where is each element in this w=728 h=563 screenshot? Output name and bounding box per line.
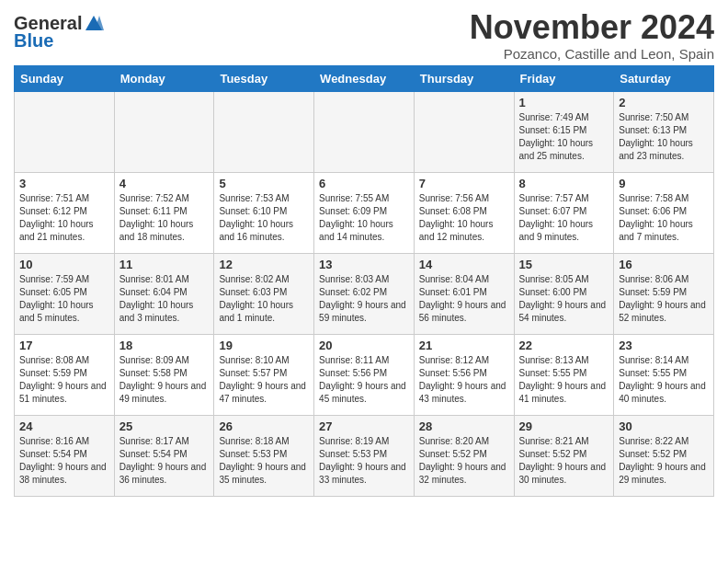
day-info: Sunrise: 8:09 AM Sunset: 5:58 PM Dayligh… (119, 354, 210, 406)
day-number: 18 (119, 339, 210, 352)
week-row-3: 10Sunrise: 7:59 AM Sunset: 6:05 PM Dayli… (15, 253, 714, 334)
calendar-cell: 13Sunrise: 8:03 AM Sunset: 6:02 PM Dayli… (314, 253, 415, 334)
day-number: 19 (219, 339, 309, 352)
day-info: Sunrise: 8:16 AM Sunset: 5:54 PM Dayligh… (19, 435, 109, 487)
day-info: Sunrise: 8:20 AM Sunset: 5:52 PM Dayligh… (419, 435, 509, 487)
calendar-cell: 4Sunrise: 7:52 AM Sunset: 6:11 PM Daylig… (114, 172, 214, 253)
day-info: Sunrise: 8:03 AM Sunset: 6:02 PM Dayligh… (319, 273, 409, 325)
dow-saturday: Saturday (614, 65, 714, 91)
day-info: Sunrise: 8:10 AM Sunset: 5:57 PM Dayligh… (219, 354, 309, 406)
day-number: 28 (419, 419, 509, 433)
day-info: Sunrise: 8:18 AM Sunset: 5:53 PM Dayligh… (219, 435, 309, 487)
calendar-cell: 5Sunrise: 7:53 AM Sunset: 6:10 PM Daylig… (214, 172, 314, 253)
calendar-cell: 11Sunrise: 8:01 AM Sunset: 6:04 PM Dayli… (114, 253, 214, 334)
day-info: Sunrise: 7:50 AM Sunset: 6:13 PM Dayligh… (619, 111, 709, 163)
day-number: 29 (519, 419, 609, 433)
calendar-cell: 20Sunrise: 8:11 AM Sunset: 5:56 PM Dayli… (314, 334, 415, 415)
calendar-cell (114, 91, 214, 172)
calendar-cell: 24Sunrise: 8:16 AM Sunset: 5:54 PM Dayli… (15, 415, 115, 496)
location: Pozanco, Castille and Leon, Spain (470, 46, 714, 62)
calendar-cell: 15Sunrise: 8:05 AM Sunset: 6:00 PM Dayli… (514, 253, 614, 334)
week-row-4: 17Sunrise: 8:08 AM Sunset: 5:59 PM Dayli… (15, 334, 714, 415)
day-info: Sunrise: 7:58 AM Sunset: 6:06 PM Dayligh… (619, 192, 709, 244)
day-info: Sunrise: 7:53 AM Sunset: 6:10 PM Dayligh… (219, 192, 309, 244)
calendar-body: 1Sunrise: 7:49 AM Sunset: 6:15 PM Daylig… (15, 91, 714, 496)
day-info: Sunrise: 8:08 AM Sunset: 5:59 PM Dayligh… (19, 354, 109, 406)
day-number: 3 (19, 177, 109, 190)
day-number: 20 (319, 339, 409, 352)
dow-tuesday: Tuesday (214, 65, 314, 91)
month-title: November 2024 (470, 9, 714, 46)
day-number: 2 (619, 96, 709, 109)
days-of-week-header: SundayMondayTuesdayWednesdayThursdayFrid… (15, 65, 714, 91)
calendar-cell: 1Sunrise: 7:49 AM Sunset: 6:15 PM Daylig… (514, 91, 614, 172)
day-info: Sunrise: 8:01 AM Sunset: 6:04 PM Dayligh… (119, 273, 210, 325)
calendar-cell: 6Sunrise: 7:55 AM Sunset: 6:09 PM Daylig… (314, 172, 415, 253)
day-number: 12 (219, 258, 309, 271)
calendar-cell (15, 91, 115, 172)
day-number: 22 (519, 339, 609, 352)
day-number: 10 (19, 258, 109, 271)
day-number: 1 (519, 96, 609, 109)
day-number: 17 (19, 339, 109, 352)
day-info: Sunrise: 8:06 AM Sunset: 5:59 PM Dayligh… (619, 273, 709, 325)
calendar-cell: 28Sunrise: 8:20 AM Sunset: 5:52 PM Dayli… (414, 415, 514, 496)
calendar-cell: 7Sunrise: 7:56 AM Sunset: 6:08 PM Daylig… (414, 172, 514, 253)
calendar-cell: 14Sunrise: 8:04 AM Sunset: 6:01 PM Dayli… (414, 253, 514, 334)
day-info: Sunrise: 8:21 AM Sunset: 5:52 PM Dayligh… (519, 435, 609, 487)
day-number: 25 (119, 419, 210, 433)
day-info: Sunrise: 8:11 AM Sunset: 5:56 PM Dayligh… (319, 354, 409, 406)
calendar-cell: 29Sunrise: 8:21 AM Sunset: 5:52 PM Dayli… (514, 415, 614, 496)
day-number: 15 (519, 258, 609, 271)
calendar-cell: 26Sunrise: 8:18 AM Sunset: 5:53 PM Dayli… (214, 415, 314, 496)
calendar-cell: 18Sunrise: 8:09 AM Sunset: 5:58 PM Dayli… (114, 334, 214, 415)
calendar-cell: 3Sunrise: 7:51 AM Sunset: 6:12 PM Daylig… (15, 172, 115, 253)
dow-friday: Friday (514, 65, 614, 91)
day-number: 30 (619, 419, 709, 433)
week-row-5: 24Sunrise: 8:16 AM Sunset: 5:54 PM Dayli… (15, 415, 714, 496)
calendar-cell: 22Sunrise: 8:13 AM Sunset: 5:55 PM Dayli… (514, 334, 614, 415)
day-info: Sunrise: 7:49 AM Sunset: 6:15 PM Dayligh… (519, 111, 609, 163)
day-info: Sunrise: 7:51 AM Sunset: 6:12 PM Dayligh… (19, 192, 109, 244)
calendar-cell: 16Sunrise: 8:06 AM Sunset: 5:59 PM Dayli… (614, 253, 714, 334)
day-info: Sunrise: 7:52 AM Sunset: 6:11 PM Dayligh… (119, 192, 210, 244)
day-info: Sunrise: 7:57 AM Sunset: 6:07 PM Dayligh… (519, 192, 609, 244)
day-number: 24 (19, 419, 109, 433)
calendar-cell: 8Sunrise: 7:57 AM Sunset: 6:07 PM Daylig… (514, 172, 614, 253)
calendar-cell: 17Sunrise: 8:08 AM Sunset: 5:59 PM Dayli… (15, 334, 115, 415)
day-number: 5 (219, 177, 309, 190)
calendar-cell (414, 91, 514, 172)
day-number: 6 (319, 177, 409, 190)
day-number: 13 (319, 258, 409, 271)
day-info: Sunrise: 7:55 AM Sunset: 6:09 PM Dayligh… (319, 192, 409, 244)
dow-monday: Monday (114, 65, 214, 91)
day-number: 11 (119, 258, 210, 271)
day-info: Sunrise: 8:19 AM Sunset: 5:53 PM Dayligh… (319, 435, 409, 487)
day-info: Sunrise: 8:13 AM Sunset: 5:55 PM Dayligh… (519, 354, 609, 406)
logo: General Blue (14, 13, 104, 52)
calendar-cell: 10Sunrise: 7:59 AM Sunset: 6:05 PM Dayli… (15, 253, 115, 334)
calendar-cell: 9Sunrise: 7:58 AM Sunset: 6:06 PM Daylig… (614, 172, 714, 253)
calendar-cell (214, 91, 314, 172)
day-info: Sunrise: 8:17 AM Sunset: 5:54 PM Dayligh… (119, 435, 210, 487)
calendar-cell: 23Sunrise: 8:14 AM Sunset: 5:55 PM Dayli… (614, 334, 714, 415)
calendar-cell: 21Sunrise: 8:12 AM Sunset: 5:56 PM Dayli… (414, 334, 514, 415)
day-number: 4 (119, 177, 210, 190)
calendar-cell: 27Sunrise: 8:19 AM Sunset: 5:53 PM Dayli… (314, 415, 415, 496)
day-number: 23 (619, 339, 709, 352)
day-number: 14 (419, 258, 509, 271)
week-row-1: 1Sunrise: 7:49 AM Sunset: 6:15 PM Daylig… (15, 91, 714, 172)
day-number: 16 (619, 258, 709, 271)
calendar-cell: 30Sunrise: 8:22 AM Sunset: 5:52 PM Dayli… (614, 415, 714, 496)
day-number: 26 (219, 419, 309, 433)
calendar-cell: 19Sunrise: 8:10 AM Sunset: 5:57 PM Dayli… (214, 334, 314, 415)
calendar-cell: 2Sunrise: 7:50 AM Sunset: 6:13 PM Daylig… (614, 91, 714, 172)
day-info: Sunrise: 8:12 AM Sunset: 5:56 PM Dayligh… (419, 354, 509, 406)
day-info: Sunrise: 7:59 AM Sunset: 6:05 PM Dayligh… (19, 273, 109, 325)
dow-thursday: Thursday (414, 65, 514, 91)
day-number: 21 (419, 339, 509, 352)
day-info: Sunrise: 8:22 AM Sunset: 5:52 PM Dayligh… (619, 435, 709, 487)
day-info: Sunrise: 8:04 AM Sunset: 6:01 PM Dayligh… (419, 273, 509, 325)
day-info: Sunrise: 8:02 AM Sunset: 6:03 PM Dayligh… (219, 273, 309, 325)
calendar-cell: 12Sunrise: 8:02 AM Sunset: 6:03 PM Dayli… (214, 253, 314, 334)
